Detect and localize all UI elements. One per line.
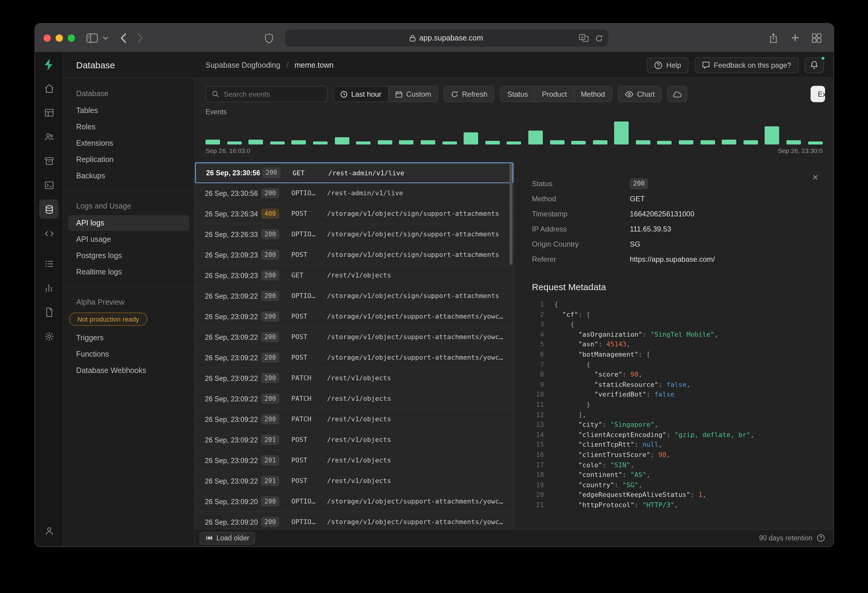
- help-button[interactable]: Help: [647, 57, 688, 73]
- event-bar[interactable]: [593, 140, 607, 145]
- sidebar-item-roles[interactable]: Roles: [68, 119, 189, 135]
- close-icon[interactable]: ✕: [809, 171, 821, 183]
- log-row[interactable]: 26 Sep, 23:09:22200POST/storage/v1/objec…: [195, 307, 514, 327]
- cloud-button[interactable]: [667, 86, 687, 102]
- help-circle-icon[interactable]: [816, 534, 825, 542]
- log-row[interactable]: 26 Sep, 23:09:22200PATCH/rest/v1/objects: [195, 409, 514, 430]
- new-tab-icon[interactable]: [787, 30, 803, 46]
- log-row[interactable]: 26 Sep, 23:09:22200POST/storage/v1/objec…: [195, 327, 514, 348]
- back-icon[interactable]: [115, 30, 132, 46]
- sidebar-item-database-webhooks[interactable]: Database Webhooks: [68, 363, 189, 378]
- sidebar-item-functions[interactable]: Functions: [68, 347, 189, 362]
- event-bar[interactable]: [378, 140, 392, 145]
- event-bar[interactable]: [313, 142, 328, 145]
- minimize-window-button[interactable]: [56, 34, 63, 41]
- sidebar-item-realtime-logs[interactable]: Realtime logs: [68, 264, 189, 280]
- event-bar[interactable]: [636, 140, 650, 145]
- rail-item-logs-explorer[interactable]: [39, 254, 59, 273]
- filter-status[interactable]: Status: [501, 86, 534, 102]
- log-row[interactable]: 26 Sep, 23:09:23200GET/rest/v1/objects: [195, 266, 514, 286]
- event-bar[interactable]: [571, 141, 586, 145]
- log-row[interactable]: 26 Sep, 23:09:22200PATCH/rest/v1/objects: [195, 368, 514, 389]
- event-bar[interactable]: [399, 140, 414, 145]
- log-row[interactable]: 26 Sep, 23:09:22201POST/rest/v1/objects: [195, 471, 514, 491]
- event-bar[interactable]: [335, 137, 349, 145]
- explore-via-query-button[interactable]: Explore via query: [810, 86, 825, 102]
- supabase-logo-icon[interactable]: [42, 58, 56, 71]
- chevron-down-icon[interactable]: [100, 30, 110, 46]
- sidebar-item-postgres-logs[interactable]: Postgres logs: [68, 248, 189, 264]
- rail-item-docs[interactable]: [39, 302, 59, 322]
- filter-method[interactable]: Method: [574, 86, 612, 102]
- rail-item-auth[interactable]: [39, 127, 59, 146]
- event-bar[interactable]: [744, 140, 758, 145]
- event-bar[interactable]: [679, 140, 693, 145]
- event-bar[interactable]: [507, 142, 521, 145]
- rail-item-home[interactable]: [39, 78, 59, 98]
- event-bar[interactable]: [485, 141, 500, 145]
- rail-item-table-editor[interactable]: [39, 103, 59, 122]
- sidebar-toggle-icon[interactable]: [83, 30, 100, 46]
- sidebar-item-triggers[interactable]: Triggers: [68, 330, 189, 346]
- event-bar[interactable]: [657, 141, 672, 145]
- log-row[interactable]: 26 Sep, 23:30:56200GET/rest-admin/v1/liv…: [195, 162, 513, 183]
- log-row[interactable]: 26 Sep, 23:09:22201POST/rest/v1/objects: [195, 430, 514, 450]
- event-bar[interactable]: [292, 140, 306, 145]
- rail-item-storage[interactable]: [39, 151, 59, 170]
- event-bar[interactable]: [227, 142, 242, 145]
- event-bar[interactable]: [528, 131, 543, 145]
- log-row[interactable]: 26 Sep, 23:09:20200OPTIO…/storage/v1/obj…: [195, 491, 514, 512]
- sidebar-item-replication[interactable]: Replication: [68, 152, 189, 167]
- log-row[interactable]: 26 Sep, 23:26:34400POST/storage/v1/objec…: [195, 204, 514, 224]
- event-bar[interactable]: [421, 140, 435, 145]
- log-row[interactable]: 26 Sep, 23:09:23200POST/storage/v1/objec…: [195, 245, 514, 266]
- chart-toggle-button[interactable]: Chart: [618, 86, 662, 102]
- sidebar-item-backups[interactable]: Backups: [68, 168, 189, 184]
- event-bar[interactable]: [248, 140, 263, 145]
- zoom-window-button[interactable]: [68, 34, 75, 41]
- event-bar[interactable]: [808, 142, 822, 145]
- translate-icon[interactable]: A: [579, 34, 589, 42]
- event-bar[interactable]: [787, 140, 801, 145]
- rail-item-reports[interactable]: [39, 278, 59, 297]
- sidebar-item-extensions[interactable]: Extensions: [68, 136, 189, 151]
- rail-item-api[interactable]: [39, 224, 59, 243]
- search-input[interactable]: [224, 90, 322, 98]
- breadcrumb-page[interactable]: meme.town: [294, 61, 334, 69]
- log-row[interactable]: 26 Sep, 23:09:22200OPTIO…/storage/v1/obj…: [195, 286, 514, 307]
- time-range-last-hour[interactable]: Last hour: [334, 86, 388, 102]
- notifications-button[interactable]: [805, 57, 824, 73]
- log-row[interactable]: 26 Sep, 23:09:22201POST/rest/v1/objects: [195, 450, 514, 471]
- scrollbar-thumb[interactable]: [509, 163, 512, 265]
- rail-item-settings[interactable]: [39, 326, 59, 346]
- url-bar[interactable]: app.supabase.com A: [285, 30, 608, 47]
- feedback-button[interactable]: Feedback on this page?: [695, 57, 799, 73]
- rail-item-account[interactable]: [39, 521, 59, 540]
- close-window-button[interactable]: [44, 34, 51, 41]
- time-range-custom[interactable]: Custom: [388, 86, 438, 102]
- rail-item-sql-editor[interactable]: [39, 175, 59, 195]
- sidebar-item-tables[interactable]: Tables: [68, 103, 189, 118]
- sidebar-item-api-usage[interactable]: API usage: [68, 232, 189, 247]
- search-events[interactable]: [205, 86, 328, 102]
- forward-icon[interactable]: [132, 30, 149, 46]
- refresh-button[interactable]: Refresh: [444, 86, 495, 102]
- tab-overview-icon[interactable]: [808, 30, 825, 46]
- reload-icon[interactable]: [595, 34, 603, 42]
- event-bar[interactable]: [464, 133, 478, 145]
- log-row[interactable]: 26 Sep, 23:09:22200PATCH/rest/v1/objects: [195, 389, 514, 409]
- event-bar[interactable]: [550, 140, 564, 145]
- share-icon[interactable]: [765, 30, 782, 46]
- filter-product[interactable]: Product: [534, 86, 574, 102]
- load-older-button[interactable]: Load older: [199, 532, 255, 544]
- log-row[interactable]: 26 Sep, 23:26:33200OPTIO…/storage/v1/obj…: [195, 224, 514, 245]
- event-bar[interactable]: [356, 142, 371, 145]
- log-row[interactable]: 26 Sep, 23:09:22200POST/storage/v1/objec…: [195, 348, 514, 368]
- breadcrumb-project[interactable]: Supabase Dogfooding: [205, 61, 280, 69]
- event-bar[interactable]: [205, 140, 220, 145]
- event-bar[interactable]: [270, 142, 285, 145]
- event-bar[interactable]: [765, 126, 779, 145]
- sidebar-item-api-logs[interactable]: API logs: [68, 215, 189, 231]
- event-bar[interactable]: [442, 142, 457, 145]
- event-bar[interactable]: [700, 140, 715, 145]
